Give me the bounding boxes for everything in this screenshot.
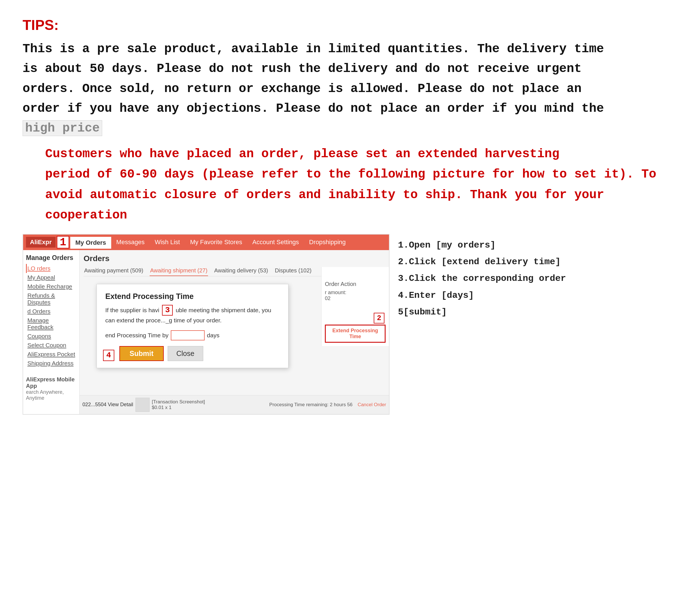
step3-badge: 3	[162, 305, 173, 316]
order-action-title: Order Action	[325, 281, 386, 287]
high-price-text: high price	[22, 120, 102, 136]
order-thumbnail	[135, 398, 150, 412]
submit-button[interactable]: Submit	[119, 346, 164, 361]
sidebar-refunds[interactable]: Refunds & Disputes	[26, 291, 77, 307]
ali-ui-mockup: AliExpr 1 My Orders Messages Wish List M…	[22, 234, 390, 415]
close-button[interactable]: Close	[168, 346, 203, 361]
cancel-order-button[interactable]: Cancel Order	[358, 402, 386, 407]
tab-disputes[interactable]: Disputes (102)	[274, 266, 312, 276]
sidebar-select-coupon[interactable]: Select Coupon	[26, 341, 77, 350]
tab-awaiting-payment[interactable]: Awaiting payment (509)	[84, 266, 144, 276]
tips-section: TIPS: This is a pre sale product, availa…	[22, 17, 678, 226]
screenshot-container: AliExpr 1 My Orders Messages Wish List M…	[22, 234, 678, 415]
instruction-4: 4.Enter [days]	[398, 287, 669, 304]
step4-badge: 4	[103, 350, 114, 361]
instruction-panel: 1.Open [my orders] 2.Click [extend deliv…	[390, 234, 678, 415]
ali-content-area: Orders Awaiting payment (509) Awaiting s…	[80, 250, 389, 414]
step1-badge: 1	[57, 236, 69, 248]
nav-wish-list[interactable]: Wish List	[150, 236, 185, 248]
orders-page-title: Orders	[84, 254, 385, 263]
ali-sidebar: Manage Orders LO rders My Appeal Mobile …	[23, 250, 80, 414]
ali-main-content: Manage Orders LO rders My Appeal Mobile …	[23, 250, 389, 414]
modal-body: If the supplier is havi 3 uble meeting t…	[105, 305, 280, 325]
extend-button-container: 2 Extend ProcessingTime	[325, 313, 386, 343]
ali-navbar: AliExpr 1 My Orders Messages Wish List M…	[23, 235, 389, 250]
amount-info: r amount: 02	[325, 290, 386, 302]
extend-processing-modal: Extend Processing Time If the supplier i…	[97, 284, 289, 368]
modal-actions: Submit Close	[119, 346, 280, 361]
sidebar-orders[interactable]: LO rders	[26, 264, 77, 273]
sidebar-appeal[interactable]: My Appeal	[26, 273, 77, 282]
order-row-bottom: 022...5504 View Detail [Transaction Scre…	[80, 395, 389, 414]
tab-awaiting-delivery[interactable]: Awaiting delivery (53)	[214, 266, 269, 276]
sidebar-coupons[interactable]: Coupons	[26, 332, 77, 341]
ali-brand: AliExpr	[26, 237, 55, 247]
instruction-2: 2.Click [extend delivery time]	[398, 254, 669, 270]
sidebar-shipping-address[interactable]: Shipping Address	[26, 359, 77, 368]
days-input[interactable]	[171, 330, 205, 340]
instruction-1: 1.Open [my orders]	[398, 237, 669, 254]
red-notice: Customers who have placed an order, plea…	[45, 144, 678, 226]
modal-input-row: end Processing Time by days	[105, 330, 280, 340]
instruction-3: 3.Click the corresponding order	[398, 270, 669, 287]
nav-messages[interactable]: Messages	[111, 236, 150, 248]
tips-label: TIPS:	[22, 17, 678, 33]
nav-account-settings[interactable]: Account Settings	[247, 236, 304, 248]
sidebar-closed-orders[interactable]: d Orders	[26, 307, 77, 316]
instruction-5: 5[submit]	[398, 304, 669, 320]
instruction-list: 1.Open [my orders] 2.Click [extend deliv…	[398, 237, 669, 320]
step2-badge: 2	[374, 313, 385, 323]
tips-body: This is a pre sale product, available in…	[22, 39, 678, 118]
tab-awaiting-shipment[interactable]: Awaiting shipment (27)	[150, 266, 208, 276]
nav-favorite-stores[interactable]: My Favorite Stores	[185, 236, 247, 248]
tips-text: This is a pre sale product, available in…	[22, 42, 604, 115]
nav-dropshipping[interactable]: Dropshipping	[304, 236, 351, 248]
sidebar-manage-feedback[interactable]: Manage Feedback	[26, 316, 77, 332]
order-action-panel: Order Action r amount: 02 2 Exten	[321, 267, 389, 346]
nav-my-orders[interactable]: My Orders	[70, 236, 111, 249]
modal-title: Extend Processing Time	[105, 292, 280, 301]
sidebar-mobile-recharge[interactable]: Mobile Recharge	[26, 282, 77, 291]
sidebar-aliexpress-pocket[interactable]: AliExpress Pocket	[26, 350, 77, 359]
manage-orders-title: Manage Orders	[26, 254, 77, 262]
extend-processing-time-button[interactable]: Extend ProcessingTime	[325, 325, 386, 343]
